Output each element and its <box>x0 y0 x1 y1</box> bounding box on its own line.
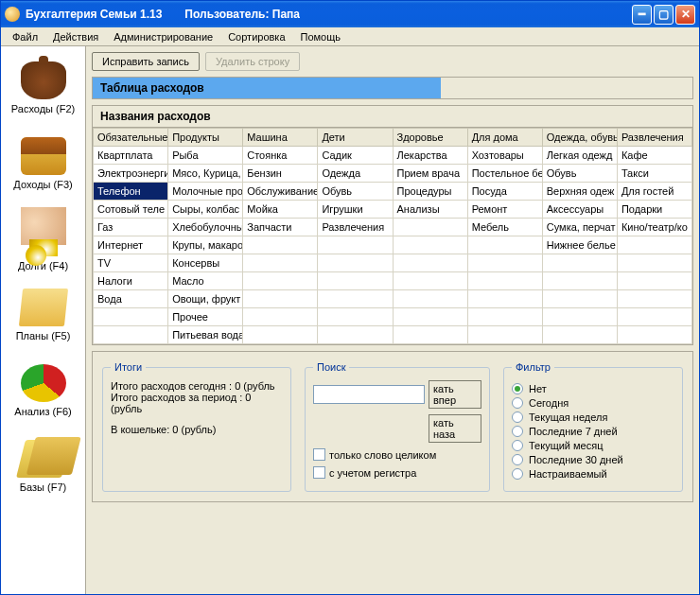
cell[interactable] <box>542 308 617 326</box>
filter-option-4[interactable]: Текущий месяц <box>512 440 674 451</box>
cell[interactable]: Хлебобулочны <box>168 219 243 236</box>
cell[interactable]: Стоянка <box>243 147 318 165</box>
cell[interactable] <box>94 326 168 344</box>
cell[interactable] <box>393 308 467 326</box>
grid-scroll[interactable]: ОбязательныеПродуктыМашинаДетиЗдоровьеДл… <box>93 128 692 344</box>
case-checkbox-row[interactable]: с учетом регистра <box>313 466 481 479</box>
nav-item-4[interactable]: Анализ (F6) <box>5 353 82 429</box>
cell[interactable] <box>318 308 393 326</box>
whole-word-checkbox-row[interactable]: только слово целиком <box>313 448 481 461</box>
cell[interactable] <box>243 308 318 326</box>
search-input[interactable] <box>313 385 425 404</box>
cell[interactable]: Нижнее белье <box>542 236 617 254</box>
cell[interactable] <box>617 290 691 308</box>
cell[interactable]: Вода <box>94 290 168 308</box>
cell[interactable] <box>318 236 393 254</box>
cell[interactable] <box>393 236 467 254</box>
filter-radio-6[interactable] <box>512 468 523 480</box>
filter-option-6[interactable]: Настраиваемый <box>512 468 674 480</box>
maximize-button[interactable]: ▢ <box>654 5 674 25</box>
cell[interactable]: Процедуры <box>393 183 467 201</box>
cell[interactable]: Аксессуары <box>542 201 617 219</box>
cell[interactable] <box>542 326 617 344</box>
cell[interactable] <box>617 254 691 272</box>
whole-word-checkbox[interactable] <box>313 448 325 461</box>
cell[interactable] <box>542 254 617 272</box>
filter-option-1[interactable]: Сегодня <box>512 397 674 409</box>
cell[interactable]: Одежда <box>318 165 393 183</box>
cell[interactable]: Мойка <box>243 201 318 219</box>
cell[interactable] <box>243 272 318 290</box>
cell[interactable] <box>243 254 318 272</box>
cell[interactable]: TV <box>94 254 168 272</box>
cell[interactable] <box>243 290 318 308</box>
cell[interactable]: Сотовый теле <box>94 201 168 219</box>
filter-option-5[interactable]: Последние 30 дней <box>512 454 674 465</box>
cell[interactable]: Садик <box>318 147 393 165</box>
cell[interactable] <box>542 290 617 308</box>
cell[interactable]: Посуда <box>467 183 542 201</box>
cell[interactable] <box>467 290 542 308</box>
cell[interactable]: Овощи, фрукт <box>168 290 243 308</box>
filter-option-3[interactable]: Последние 7 дней <box>512 426 674 437</box>
filter-radio-4[interactable] <box>512 440 523 451</box>
col-header-1[interactable]: Продукты <box>168 129 243 147</box>
col-header-3[interactable]: Дети <box>318 129 393 147</box>
col-header-0[interactable]: Обязательные <box>94 129 168 147</box>
cell[interactable] <box>318 254 393 272</box>
filter-radio-2[interactable] <box>512 411 523 423</box>
cell[interactable]: Мясо, Курица, <box>168 165 243 183</box>
cell[interactable]: Игрушки <box>318 201 393 219</box>
cell[interactable]: Прием врача <box>393 165 467 183</box>
cell[interactable]: Постельное бе <box>467 165 542 183</box>
cell[interactable]: Прочее <box>168 308 243 326</box>
cell[interactable]: Консервы <box>168 254 243 272</box>
filter-radio-5[interactable] <box>512 454 523 465</box>
search-forward-button[interactable]: кать впер <box>429 380 481 409</box>
cell[interactable]: Газ <box>94 219 168 236</box>
minimize-button[interactable]: ━ <box>632 5 652 25</box>
cell[interactable]: Верхняя одеж <box>542 183 617 201</box>
filter-radio-1[interactable] <box>512 397 523 409</box>
nav-item-2[interactable]: Долги (F4) <box>5 201 82 277</box>
cell[interactable]: Сумка, перчат <box>542 219 617 236</box>
cell[interactable] <box>318 272 393 290</box>
cell[interactable] <box>542 272 617 290</box>
menu-1[interactable]: Действия <box>45 29 106 44</box>
close-button[interactable]: ✕ <box>675 5 695 25</box>
cell[interactable] <box>467 272 542 290</box>
cell[interactable] <box>243 326 318 344</box>
cell[interactable]: Бензин <box>243 165 318 183</box>
cell[interactable] <box>617 272 691 290</box>
cell[interactable] <box>318 290 393 308</box>
cell[interactable] <box>243 236 318 254</box>
cell[interactable]: Рыба <box>168 147 243 165</box>
filter-option-0[interactable]: Нет <box>512 383 674 394</box>
cell[interactable] <box>617 236 691 254</box>
col-header-7[interactable]: Развлечения <box>617 129 691 147</box>
nav-item-1[interactable]: Доходы (F3) <box>5 126 82 201</box>
cell[interactable]: Для гостей <box>617 183 691 201</box>
filter-radio-0[interactable] <box>512 383 523 394</box>
cell[interactable] <box>617 308 691 326</box>
cell[interactable]: Кино/театр/ко <box>617 219 691 236</box>
cell[interactable] <box>393 254 467 272</box>
cell[interactable] <box>393 290 467 308</box>
cell[interactable] <box>393 219 467 236</box>
cell[interactable]: Анализы <box>393 201 467 219</box>
filter-option-2[interactable]: Текущая неделя <box>512 411 674 423</box>
cell[interactable]: Молочные про <box>168 183 243 201</box>
nav-item-0[interactable]: Расходы (F2) <box>5 50 82 126</box>
cell[interactable] <box>467 236 542 254</box>
nav-item-3[interactable]: Планы (F5) <box>5 277 82 353</box>
case-checkbox[interactable] <box>313 466 325 479</box>
cell[interactable]: Сыры, колбас <box>168 201 243 219</box>
menu-0[interactable]: Файл <box>5 29 45 44</box>
cell[interactable] <box>393 272 467 290</box>
cell[interactable]: Интернет <box>94 236 168 254</box>
cell[interactable]: Подарки <box>617 201 691 219</box>
menu-3[interactable]: Сортировка <box>220 29 292 44</box>
cell[interactable]: Питьевая вода <box>168 326 243 344</box>
menu-4[interactable]: Помощь <box>293 29 349 44</box>
cell[interactable] <box>467 308 542 326</box>
